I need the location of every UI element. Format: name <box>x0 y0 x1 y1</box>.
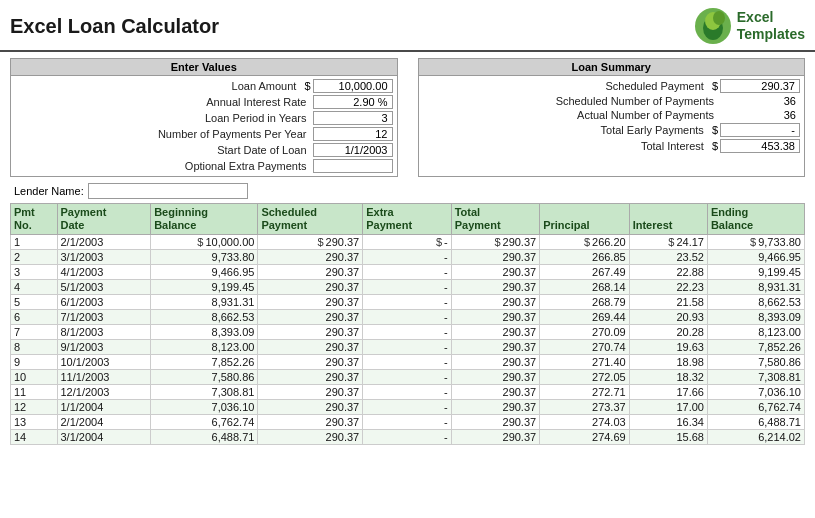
actual-num-payments-row: Actual Number of Payments 36 <box>423 108 801 122</box>
col-interest: Interest <box>629 204 707 235</box>
table-body: 12/1/2003$10,000.00$290.37$-$290.37$266.… <box>11 235 805 445</box>
loan-summary-body: Scheduled Payment $ 290.37 Scheduled Num… <box>419 76 805 156</box>
cell-sched-pay: 290.37 <box>258 370 363 385</box>
cell-extra-pay: - <box>363 400 451 415</box>
app-header: Excel Loan Calculator Excel Templates <box>0 0 815 52</box>
cell-end-balance: 6,214.02 <box>707 430 804 445</box>
cell-pmt-no: 10 <box>11 370 58 385</box>
extra-payments-row: Optional Extra Payments <box>15 158 393 174</box>
cell-total-pay: 290.37 <box>451 340 539 355</box>
col-principal: Principal <box>540 204 630 235</box>
cell-pmt-no: 9 <box>11 355 58 370</box>
cell-principal: 272.71 <box>540 385 630 400</box>
col-ending-balance: EndingBalance <box>707 204 804 235</box>
cell-date: 2/1/2003 <box>57 235 151 250</box>
cell-principal: 266.85 <box>540 250 630 265</box>
cell-pmt-no: 2 <box>11 250 58 265</box>
logo-area: Excel Templates <box>693 6 805 46</box>
extra-payments-label: Optional Extra Payments <box>15 160 313 172</box>
cell-pmt-no: 12 <box>11 400 58 415</box>
cell-date: 1/1/2004 <box>57 400 151 415</box>
cell-end-balance: 6,762.74 <box>707 400 804 415</box>
cell-extra-pay: - <box>363 310 451 325</box>
lender-input[interactable] <box>88 183 248 199</box>
cell-interest: 23.52 <box>629 250 707 265</box>
sched-num-payments-value: 36 <box>720 95 800 107</box>
cell-sched-pay: 290.37 <box>258 385 363 400</box>
extra-payments-value[interactable] <box>313 159 393 173</box>
cell-pmt-no: 1 <box>11 235 58 250</box>
cell-extra-pay: - <box>363 325 451 340</box>
loan-amount-label: Loan Amount <box>15 80 302 92</box>
interest-rate-value[interactable]: 2.90 % <box>313 95 393 109</box>
start-date-value[interactable]: 1/1/2003 <box>313 143 393 157</box>
loan-period-value[interactable]: 3 <box>313 111 393 125</box>
cell-interest: 16.34 <box>629 415 707 430</box>
table-header-row: PmtNo. PaymentDate BeginningBalance Sche… <box>11 204 805 235</box>
col-payment-date: PaymentDate <box>57 204 151 235</box>
cell-principal: 274.03 <box>540 415 630 430</box>
cell-interest: 20.93 <box>629 310 707 325</box>
cell-pmt-no: 14 <box>11 430 58 445</box>
cell-total-pay: 290.37 <box>451 325 539 340</box>
payments-per-year-value[interactable]: 12 <box>313 127 393 141</box>
cell-end-balance: 9,199.45 <box>707 265 804 280</box>
cell-total-pay: 290.37 <box>451 400 539 415</box>
lender-label: Lender Name: <box>14 185 84 197</box>
cell-pmt-no: 11 <box>11 385 58 400</box>
scheduled-payment-dollar: $ <box>712 80 718 92</box>
start-date-label: Start Date of Loan <box>15 144 313 156</box>
cell-date: 5/1/2003 <box>57 280 151 295</box>
cell-end-balance: 7,308.81 <box>707 370 804 385</box>
table-row: 121/1/20047,036.10290.37-290.37273.3717.… <box>11 400 805 415</box>
cell-pmt-no: 6 <box>11 310 58 325</box>
cell-sched-pay: 290.37 <box>258 265 363 280</box>
col-beginning-balance: BeginningBalance <box>151 204 258 235</box>
cell-sched-pay: 290.37 <box>258 325 363 340</box>
enter-values-panel: Enter Values Loan Amount $ 10,000.00 Ann… <box>10 58 398 177</box>
cell-total-pay: 290.37 <box>451 295 539 310</box>
cell-sched-pay: 290.37 <box>258 430 363 445</box>
cell-principal: 267.49 <box>540 265 630 280</box>
cell-date: 3/1/2003 <box>57 250 151 265</box>
cell-principal: 273.37 <box>540 400 630 415</box>
table-row: 23/1/20039,733.80290.37-290.37266.8523.5… <box>11 250 805 265</box>
cell-total-pay: $290.37 <box>451 235 539 250</box>
cell-interest: 21.58 <box>629 295 707 310</box>
cell-extra-pay: - <box>363 265 451 280</box>
logo-icon <box>693 6 733 46</box>
interest-rate-row: Annual Interest Rate 2.90 % <box>15 94 393 110</box>
scheduled-payment-label: Scheduled Payment <box>423 80 710 92</box>
col-total-payment: TotalPayment <box>451 204 539 235</box>
app-title: Excel Loan Calculator <box>10 15 219 38</box>
table-row: 45/1/20039,199.45290.37-290.37268.1422.2… <box>11 280 805 295</box>
total-interest-label: Total Interest <box>423 140 710 152</box>
cell-extra-pay: - <box>363 415 451 430</box>
total-early-payments-row: Total Early Payments $ - <box>423 122 801 138</box>
cell-end-balance: $9,733.80 <box>707 235 804 250</box>
cell-date: 4/1/2003 <box>57 265 151 280</box>
cell-principal: 268.79 <box>540 295 630 310</box>
sched-num-payments-label: Scheduled Number of Payments <box>423 95 721 107</box>
cell-pmt-no: 3 <box>11 265 58 280</box>
cell-extra-pay: - <box>363 430 451 445</box>
loan-summary-panel: Loan Summary Scheduled Payment $ 290.37 … <box>418 58 806 177</box>
loan-amount-dollar: $ <box>304 80 310 92</box>
cell-principal: 270.09 <box>540 325 630 340</box>
loan-amount-value[interactable]: 10,000.00 <box>313 79 393 93</box>
loan-amount-row: Loan Amount $ 10,000.00 <box>15 78 393 94</box>
cell-date: 11/1/2003 <box>57 370 151 385</box>
cell-date: 9/1/2003 <box>57 340 151 355</box>
logo-text: Excel Templates <box>737 9 805 43</box>
cell-extra-pay: - <box>363 340 451 355</box>
col-extra-payment: ExtraPayment <box>363 204 451 235</box>
total-interest-row: Total Interest $ 453.38 <box>423 138 801 154</box>
cell-end-balance: 9,466.95 <box>707 250 804 265</box>
cell-sched-pay: 290.37 <box>258 340 363 355</box>
cell-date: 12/1/2003 <box>57 385 151 400</box>
cell-date: 6/1/2003 <box>57 295 151 310</box>
cell-sched-pay: 290.37 <box>258 400 363 415</box>
cell-extra-pay: - <box>363 355 451 370</box>
cell-extra-pay: - <box>363 370 451 385</box>
sched-num-payments-row: Scheduled Number of Payments 36 <box>423 94 801 108</box>
